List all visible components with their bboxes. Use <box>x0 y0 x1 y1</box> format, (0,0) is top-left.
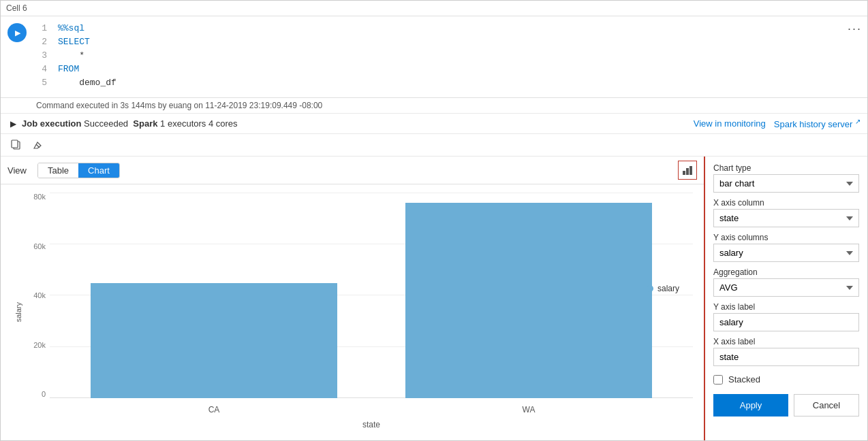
x-axis-label-section: X axis label <box>713 337 859 366</box>
y-axis-columns-label: Y axis columns <box>713 233 859 242</box>
bar-ca-rect <box>91 283 337 398</box>
more-options-button[interactable]: ··· <box>842 16 867 97</box>
code-line-1: 1 %%sql <box>36 22 839 35</box>
play-icon: ▶ <box>10 119 16 129</box>
y-axis-label-label: Y axis label <box>713 302 859 312</box>
spark-history-link[interactable]: Spark history server ↗ <box>774 118 861 129</box>
chart-settings-row: View Table Chart <box>1 157 867 440</box>
svg-rect-5 <box>689 166 692 175</box>
chart-type-select[interactable]: bar chart line chart pie chart area char… <box>713 174 859 193</box>
svg-rect-1 <box>12 140 18 148</box>
x-axis-column-select[interactable]: state salary <box>713 209 859 227</box>
exec-info-text: Command executed in 3s 144ms by euang on… <box>36 101 322 110</box>
copy-icon[interactable] <box>7 137 24 153</box>
apply-button[interactable]: Apply <box>713 394 788 416</box>
svg-line-2 <box>36 144 40 148</box>
legend-dot <box>647 285 653 292</box>
window-title: Cell 6 <box>6 3 27 13</box>
job-bar: ▶ Job execution Succeeded Spark 1 execut… <box>1 114 867 134</box>
tab-table[interactable]: Table <box>38 163 78 178</box>
y-ticks: 0 20k 40k 60k 80k <box>25 193 50 398</box>
eraser-icon[interactable] <box>29 137 46 153</box>
toolbar-row <box>1 134 867 157</box>
x-axis-column-label: X axis column <box>713 198 859 208</box>
code-section: 1 %%sql 2 SELECT 3 * 4 FROM 5 demo_df ··… <box>1 16 867 98</box>
y-axis-label-section: Y axis label <box>713 302 859 331</box>
code-editor: 1 %%sql 2 SELECT 3 * 4 FROM 5 demo_df <box>33 16 842 97</box>
y-axis-columns-select[interactable]: salary state <box>713 244 859 262</box>
chart-type-label: Chart type <box>713 163 859 173</box>
view-monitoring-link[interactable]: View in monitoring <box>694 118 766 129</box>
stacked-checkbox[interactable] <box>713 375 723 385</box>
legend-label: salary <box>657 284 679 293</box>
svg-rect-4 <box>686 168 689 175</box>
notebook-window: Cell 6 1 %%sql 2 SELECT 3 * 4 FROM <box>0 0 868 441</box>
chart-legend: salary <box>647 284 679 293</box>
code-line-2: 2 SELECT <box>36 35 839 49</box>
bar-wa <box>405 193 652 398</box>
bar-wa-rect <box>405 203 652 398</box>
job-status: Job execution Succeeded Spark 1 executor… <box>22 118 238 129</box>
x-axis-label: state <box>25 419 693 432</box>
x-axis-label-label: X axis label <box>713 337 859 346</box>
aggregation-label: Aggregation <box>713 267 859 277</box>
code-line-3: 3 * <box>36 49 839 63</box>
svg-rect-3 <box>683 171 685 175</box>
chart-area: salary <box>1 184 704 440</box>
run-button-col <box>1 16 33 97</box>
code-line-4: 4 FROM <box>36 63 839 76</box>
action-buttons: Apply Cancel <box>713 394 859 416</box>
tab-chart[interactable]: Chart <box>78 163 119 178</box>
x-axis-label-input[interactable] <box>713 348 859 366</box>
code-line-5: 5 demo_df <box>36 76 839 90</box>
chart-settings-toggle[interactable] <box>678 161 697 180</box>
bars-container <box>50 193 693 398</box>
x-ticks: CA WA <box>50 405 693 414</box>
tab-group: Table Chart <box>37 163 120 178</box>
exec-info: Command executed in 3s 144ms by euang on… <box>1 98 867 114</box>
aggregation-select[interactable]: AVG SUM COUNT MIN MAX <box>713 278 859 297</box>
view-label: View <box>7 165 27 176</box>
external-link-icon: ↗ <box>855 118 861 125</box>
x-axis-column-section: X axis column state salary <box>713 198 859 227</box>
title-bar: Cell 6 <box>1 1 867 16</box>
y-axis-label-input[interactable] <box>713 313 859 331</box>
aggregation-section: Aggregation AVG SUM COUNT MIN MAX <box>713 267 859 297</box>
cancel-button[interactable]: Cancel <box>794 394 859 416</box>
bar-ca <box>91 193 337 398</box>
settings-panel: Chart type bar chart line chart pie char… <box>704 157 867 440</box>
y-axis-columns-section: Y axis columns salary state <box>713 233 859 262</box>
run-button[interactable] <box>7 23 27 42</box>
view-row: View Table Chart <box>1 157 704 184</box>
chart-type-section: Chart type bar chart line chart pie char… <box>713 163 859 193</box>
stacked-label: Stacked <box>728 374 760 385</box>
job-links: View in monitoring Spark history server … <box>694 118 861 129</box>
stacked-row: Stacked <box>713 374 859 385</box>
y-axis-label: salary <box>14 302 22 322</box>
